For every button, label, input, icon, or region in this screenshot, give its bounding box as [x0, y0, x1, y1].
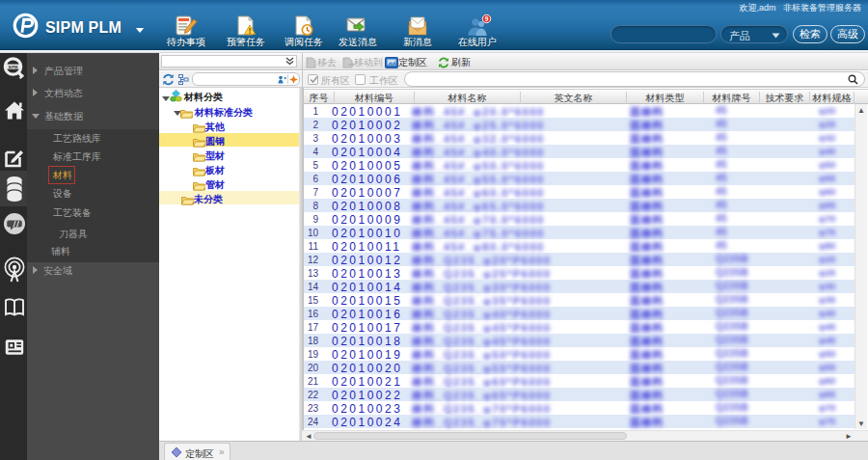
svg-text:9: 9	[485, 15, 489, 22]
svg-text:SIPM: SIPM	[9, 65, 18, 69]
